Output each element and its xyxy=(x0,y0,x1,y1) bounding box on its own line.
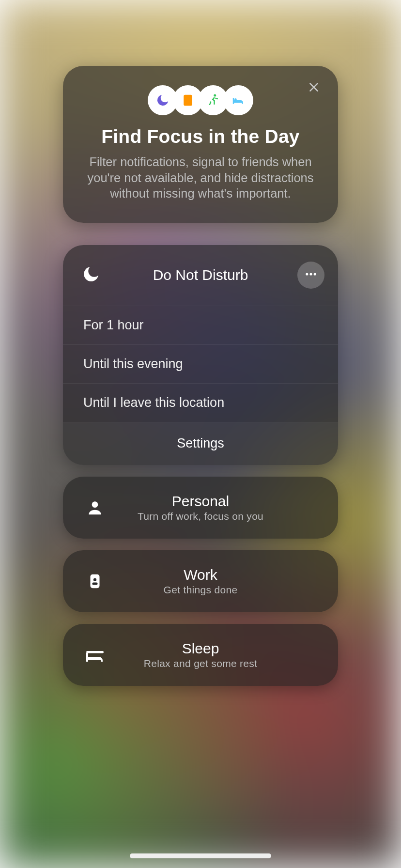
close-icon xyxy=(308,81,320,95)
dnd-option-location[interactable]: Until I leave this location xyxy=(63,384,338,422)
svg-rect-11 xyxy=(92,582,97,585)
moon-icon xyxy=(81,264,101,286)
ellipsis-icon xyxy=(304,267,318,283)
focus-mode-work[interactable]: Work Get things done xyxy=(63,550,338,612)
svg-point-4 xyxy=(234,98,237,101)
focus-mode-sleep[interactable]: Sleep Relax and get some rest xyxy=(63,624,338,686)
do-not-disturb-header[interactable]: Do Not Disturb xyxy=(63,245,338,306)
svg-point-6 xyxy=(309,273,312,276)
focus-overlay: Find Focus in the Day Filter notificatio… xyxy=(0,0,401,868)
focus-intro-icons xyxy=(80,85,321,115)
dnd-option-1-hour[interactable]: For 1 hour xyxy=(63,306,338,345)
bed-icon xyxy=(83,643,107,666)
svg-point-10 xyxy=(93,578,96,581)
svg-rect-12 xyxy=(86,651,104,653)
do-not-disturb-card: Do Not Disturb For 1 hour Until this eve… xyxy=(63,245,338,465)
focus-intro-subtitle: Filter notifications, signal to friends … xyxy=(80,154,321,202)
svg-rect-2 xyxy=(184,95,192,106)
more-button[interactable] xyxy=(297,262,324,289)
home-indicator[interactable] xyxy=(130,853,271,858)
do-not-disturb-title: Do Not Disturb xyxy=(63,267,338,283)
focus-intro-title: Find Focus in the Day xyxy=(80,126,321,147)
focus-mode-personal[interactable]: Personal Turn off work, focus on you xyxy=(63,477,338,539)
svg-point-5 xyxy=(306,273,308,276)
person-icon xyxy=(83,496,107,519)
svg-point-7 xyxy=(314,273,316,276)
bed-icon xyxy=(223,85,253,115)
badge-icon xyxy=(83,570,107,593)
focus-intro-card: Find Focus in the Day Filter notificatio… xyxy=(63,66,338,223)
dnd-option-evening[interactable]: Until this evening xyxy=(63,345,338,384)
svg-point-8 xyxy=(92,501,98,508)
svg-point-3 xyxy=(214,94,216,97)
close-button[interactable] xyxy=(304,78,324,98)
dnd-settings-button[interactable]: Settings xyxy=(63,422,338,465)
